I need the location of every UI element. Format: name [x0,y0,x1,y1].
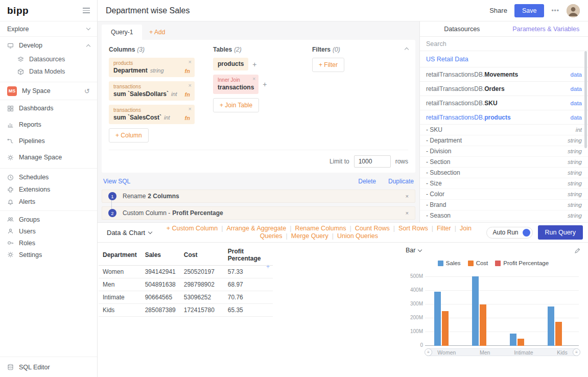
sidebar-item-manage-space[interactable]: Manage Space [0,149,97,166]
field-item-color[interactable]: - Colorstring [420,189,588,200]
sidebar-item-my-space[interactable]: MS My Space [0,82,97,100]
remove-column-icon[interactable] [189,82,192,88]
y-axis-tick: 500M [407,273,423,279]
remove-table-icon[interactable] [252,76,255,82]
sidebar-item-roles[interactable]: Roles [0,237,97,249]
field-item-section[interactable]: - Sectionstring [420,157,588,168]
sidebar-item-data-models[interactable]: Data Models [0,65,97,78]
scrollbar[interactable] [584,51,587,148]
step-custom-column[interactable]: 2 Custom Column -Profit Percentage [102,206,415,220]
edit-pencil-icon[interactable] [574,247,581,254]
tab-datasources[interactable]: Datasources [420,21,504,36]
sidebar-item-label: Settings [19,251,42,258]
function-icon[interactable]: fn [185,68,190,74]
sidebar-item-develop[interactable]: Develop [0,38,97,53]
zoom-handle-right-icon[interactable] [573,348,580,356]
field-item-brand[interactable]: - Brandstring [420,200,588,210]
table-chip-products[interactable]: products [213,58,248,70]
separator: | [349,225,351,232]
toolbar-action-custom-column[interactable]: + Custom Column [167,225,218,232]
database-item[interactable]: US Retail Data [420,51,588,67]
sidebar-item-explore[interactable]: Explore [0,21,97,37]
sidebar-item-groups[interactable]: Groups [0,214,97,225]
function-icon[interactable]: fn [185,115,190,121]
remove-step-icon[interactable] [406,210,409,216]
chart-zoom-bar[interactable]: WomenMenIntimateKids [425,348,580,356]
duplicate-query-link[interactable]: Duplicate [388,178,414,185]
remove-step-icon[interactable] [406,193,409,199]
chip-column-type: string [150,67,164,74]
search-input[interactable] [426,40,582,48]
table-item-orders[interactable]: retailTransactionsDB.Orders data [420,82,588,96]
toolbar-action-filter[interactable]: Filter [437,225,451,232]
remove-column-icon[interactable] [189,106,192,112]
sidebar-item-settings[interactable]: Settings [0,249,97,261]
table-item-sku[interactable]: retailTransactionsDB.SKU data [420,96,588,110]
sidebar-item-datasources[interactable]: Datasources [0,53,97,65]
legend-item-profit-percentage[interactable]: Profit Percentage [495,260,549,266]
table-chip-transactions[interactable]: Inner Join transactions [213,75,258,94]
sidebar-item-label: My Space [22,87,51,95]
field-item-sku[interactable]: - SKUint [420,125,588,135]
table-row: Intimate 90664565 53096252 70.76 [99,291,273,304]
delete-query-link[interactable]: Delete [358,178,376,185]
sidebar-item-reports[interactable]: Reports [0,116,97,133]
auto-run-toggle[interactable]: Auto Run [486,227,533,239]
field-item-subsection[interactable]: - Subsectionstring [420,168,588,178]
tab-parameters-variables[interactable]: Parameters & Variables [504,21,588,36]
sidebar-item-users[interactable]: Users [0,225,97,237]
run-query-button[interactable]: Run Query [538,225,583,240]
data-tag: data [571,100,582,106]
legend-item-sales[interactable]: Sales [438,260,461,266]
step-rename-columns[interactable]: 1 Rename2 Columns [102,190,415,203]
add-related-table-icon[interactable] [263,80,267,88]
sidebar-item-pipelines[interactable]: Pipelines [0,133,97,149]
toolbar-action-sort-rows[interactable]: Sort Rows [398,225,428,232]
column-chip-salescost[interactable]: transactions sum `SalesCost`int fn [109,105,195,124]
limit-input[interactable] [354,155,391,168]
sidebar-item-label: Data Models [29,68,65,75]
add-query-tab-button[interactable]: + Add [149,29,165,40]
sidebar-item-extensions[interactable]: Extensions [0,183,97,196]
add-related-table-icon[interactable] [252,60,256,68]
function-icon[interactable]: fn [185,91,190,98]
chart-legend: SalesCostProfit Percentage [406,260,581,266]
column-chip-department[interactable]: products Departmentstring fn [109,58,195,77]
field-item-department[interactable]: - Departmentstring [420,135,588,146]
toolbar-action-arrange-aggregate[interactable]: Arrange & Aggregate [226,225,286,232]
toolbar-action-merge-query[interactable]: Merge Query [291,232,328,240]
add-column-button[interactable]: + Column [109,128,149,143]
column-chip-salesdollars[interactable]: transactions sum `SalesDollars`int fn [109,81,195,101]
table-item-products[interactable]: retailTransactionsDB.products data [420,110,588,125]
chart-type-selector[interactable]: Bar [406,247,421,254]
view-sql-link[interactable]: View SQL [103,178,130,185]
save-button[interactable]: Save [514,4,545,17]
zoom-handle-left-icon[interactable] [425,348,432,356]
tab-query-1[interactable]: Query-1 [102,25,142,40]
sidebar-item-sql-editor[interactable]: SQL Editor [0,357,97,377]
add-filter-button[interactable]: + Filter [312,58,344,72]
legend-item-cost[interactable]: Cost [468,260,488,266]
view-mode-selector[interactable]: Data & Chart [107,229,152,237]
add-column-button[interactable] [266,263,270,270]
sidebar-item-dashboards[interactable]: Dashboards [0,100,97,116]
remove-column-icon[interactable] [189,59,192,65]
toolbar-action-rename-columns[interactable]: Rename Columns [295,225,346,232]
more-options-icon[interactable]: ••• [551,7,559,14]
chart-plot: 500M400M300M200M100M0 [425,271,579,346]
undo-icon[interactable] [84,87,90,95]
avatar[interactable] [567,4,580,17]
toolbar-action-count-rows[interactable]: Count Rows [355,225,390,232]
share-button[interactable]: Share [489,7,507,14]
join-table-button[interactable]: + Join Table [213,98,259,112]
separator: | [290,225,291,232]
field-item-season[interactable]: - Seasonstring [420,210,588,221]
table-item-movements[interactable]: retailTransactionsDB.Movements data [420,67,588,82]
collapse-panel-button[interactable] [405,45,408,53]
field-item-size[interactable]: - Sizestring [420,178,588,189]
hamburger-menu-icon[interactable] [83,8,90,13]
field-item-division[interactable]: - Divisionstring [420,146,588,157]
toolbar-action-union-queries[interactable]: Union Queries [337,232,378,240]
sidebar-item-alerts[interactable]: Alerts [0,196,97,208]
sidebar-item-schedules[interactable]: Schedules [0,171,97,183]
